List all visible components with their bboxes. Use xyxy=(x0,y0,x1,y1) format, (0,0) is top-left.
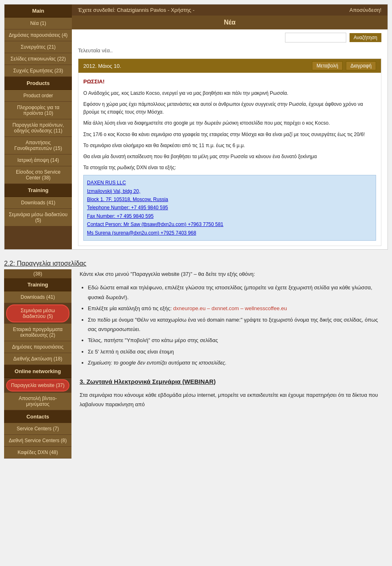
connected-text: Έχετε συνδεθεί: Chatzigiannis Pavlos - Χ… xyxy=(78,7,194,13)
sidebar-item-corp-programs[interactable]: Εταιρικά προγράμματα εκπαίδευσης (2) xyxy=(4,324,71,341)
news-para-6: Τα στοιχεία της ρωδικής DXN είναι τα εξή… xyxy=(83,164,376,172)
bullet-3: Τέλος, πατήστε "Υποβολή" στο κάτω μέρο σ… xyxy=(88,336,388,345)
news-para-4: Το σεμινάριο είναι ολοήμερο και θα διαρκ… xyxy=(83,142,376,150)
daxen-line-1[interactable]: Izmailovskij Val, bldg 20, xyxy=(87,187,372,195)
news-para-0: Ο Ανάδοχός μας, κος Laszlo Kocso, ενεργε… xyxy=(83,89,376,97)
webinar-body: Στα σεμινάρια που κάνουμε κάθε εβδομάδα … xyxy=(80,390,388,409)
edit-button[interactable]: Μεταβολή xyxy=(312,61,343,70)
sidebar-item-international-network[interactable]: Διεθνής Δικτύωση (18) xyxy=(4,353,71,365)
daxen-line-4[interactable]: Fax Number: +7 495 9840 595 xyxy=(87,212,372,220)
sidebar-item-partners[interactable]: Συνεργάτες (21) xyxy=(4,41,72,53)
contacts-header: Contacts xyxy=(4,410,71,423)
daxen-line-5[interactable]: Contact Person: Mr Saw (tbsaw@dxn2u.com)… xyxy=(87,220,372,228)
number-badge: (38) xyxy=(4,269,71,278)
sidebar-item-service-centers[interactable]: Service Centers (7) xyxy=(4,423,71,435)
sidebar-item-gano-answers[interactable]: Απαντήσεις Γανοθεραπευτών (15) xyxy=(4,137,72,154)
news-para-2: Μία άλλη λύση είναι να διαφημιστείτε στο… xyxy=(83,119,376,127)
daxen-line-2[interactable]: Block 1. 7F. 105318, Moscow, Russia xyxy=(87,195,372,204)
bullet-list: Εδώ δώστε email και τηλέφωνο, επιλέξτε γ… xyxy=(88,283,388,367)
sidebar-item-faq[interactable]: Συχνές Ερωτήσεις (23) xyxy=(4,65,72,77)
news-date: 2012. Μάιος 10. xyxy=(83,63,121,69)
news-para-3: Στις 17/6 ο κος Kocso θα κάνει σεμινάριο… xyxy=(83,131,376,139)
section-divider: 2.2: Παραγγελία ιστοσελίδας xyxy=(0,254,392,269)
bullet-4: Σε 5' λεπτά η σελίδα σας είναι έτοιμη xyxy=(88,347,388,356)
sidebar-item-presentations[interactable]: Δημόσιες παρουσιάσεις (4) xyxy=(4,29,72,41)
news-para-5: Θα είναι μία δυνατή εκπαίδευση που θα βο… xyxy=(83,153,376,161)
search-bar: Αναζήτηση xyxy=(72,29,388,46)
bottom-main-content: Κάντε κλικ στο μενού "Παραγγελία website… xyxy=(80,269,388,459)
online-networking-header: Online networking xyxy=(4,365,71,378)
sidebar-item-contact-pages[interactable]: Σελίδες επικοινωνίας (22) xyxy=(4,53,72,65)
sidebar-item-downloads-bottom[interactable]: Downloads (41) xyxy=(4,291,71,303)
daxen-line-6[interactable]: Ms Surena (surena@dxn2u.com) +7925 7403 … xyxy=(87,229,372,237)
bullet-0: Εδώ δώστε email και τηλέφωνο, επιλέξτε γ… xyxy=(88,283,388,302)
sidebar-item-webinars-active[interactable]: Σεμινάρια μέσω διαδικτύου (5) xyxy=(6,304,69,322)
sidebar-item-dxn-cafes[interactable]: Καφέδες DXN (48) xyxy=(4,447,71,459)
red-links: dxneurope.eu – dxnnet.com – wellnesscoff… xyxy=(173,305,287,311)
training-header-bottom: Training xyxy=(4,278,71,291)
training-section-header: Training xyxy=(4,184,72,197)
sidebar-item-order-website-active[interactable]: Παραγγελία website (37) xyxy=(6,379,69,392)
sidebar-item-downloads[interactable]: Downloads (41) xyxy=(4,197,72,209)
daxen-line-0[interactable]: DAXEN RUS LLC xyxy=(87,179,372,187)
sidebar-item-webinars[interactable]: Σεμινάρια μέσω διαδικτύου (5) xyxy=(4,209,72,226)
news-para-1: Εφόσον η χώρα μας έχει πάμπολλους μετανά… xyxy=(83,101,376,116)
main-section-header: Main xyxy=(4,4,72,18)
contact-info-box: DAXEN RUS LLC Izmailovskij Val, bldg 20,… xyxy=(83,175,376,241)
sidebar-item-intl-service-centers[interactable]: Διεθνή Service Centers (8) xyxy=(4,435,71,447)
sidebar-item-public-presentations[interactable]: Δημόσιες παρουσιάσεις xyxy=(4,341,71,353)
webinar-title: 3. Ζωντανά Ηλεκτρονικά Σεμινάρια (WEBINA… xyxy=(80,376,388,387)
intro-text: Κάντε κλικ στο μενού "Παραγγελία website… xyxy=(80,269,388,279)
sidebar-item-news[interactable]: Νέα (1) xyxy=(4,18,72,29)
top-bar: Έχετε συνδεθεί: Chatzigiannis Pavlos - Χ… xyxy=(72,4,388,16)
search-input[interactable] xyxy=(285,33,346,43)
section-title: 2.2: Παραγγελία ιστοσελίδας xyxy=(4,260,87,267)
delete-button[interactable]: Διαγραφή xyxy=(346,61,376,70)
news-body: ΡΩΣΣΙΑ! Ο Ανάδοχός μας, κος Laszlo Kocso… xyxy=(78,73,381,246)
last-news-label: Τελευταία νέα.. xyxy=(72,46,388,55)
logout-link[interactable]: Αποσύνδεση! xyxy=(350,7,381,13)
sidebar-item-service-center-login[interactable]: Είσοδος στο Service Center (38) xyxy=(4,166,72,184)
page-title: Νέα xyxy=(72,16,388,29)
sidebar-item-product-info[interactable]: Πληροφορίες για τα προϊόντα (10) xyxy=(4,102,72,119)
sidebar-item-product-order[interactable]: Product order xyxy=(4,90,72,102)
products-section-header: Products xyxy=(4,77,72,90)
sidebar-item-medical-opinion[interactable]: Ιατρική άποψη (14) xyxy=(4,154,72,166)
sidebar-item-send-video[interactable]: Αποστολή βίντεο-μηνύματος xyxy=(4,393,71,410)
sidebar-item-product-order-guide[interactable]: Παραγγελία προϊόντων, οδηγός σύνδεσης (1… xyxy=(4,119,72,137)
news-card: 2012. Μάιος 10. Μεταβολή Διαγραφή ΡΩΣΣΙΑ… xyxy=(78,58,381,246)
news-card-header: 2012. Μάιος 10. Μεταβολή Διαγραφή xyxy=(78,59,381,73)
bullet-1: Επιλέξτε μία κατάληξη από τις εξής: dxne… xyxy=(88,304,388,313)
daxen-line-3[interactable]: Telephone Number: +7 495 9840 595 xyxy=(87,204,372,212)
bullet-2: Στο πεδίο με όνομα "Θέλν να καταχωρίσω έ… xyxy=(88,315,388,334)
bullet-5-italic: Σημείωση: το google δεν εντοπίζει αυτόμα… xyxy=(88,358,388,367)
search-button[interactable]: Αναζήτηση xyxy=(350,33,381,42)
news-title: ΡΩΣΣΙΑ! xyxy=(83,78,376,86)
